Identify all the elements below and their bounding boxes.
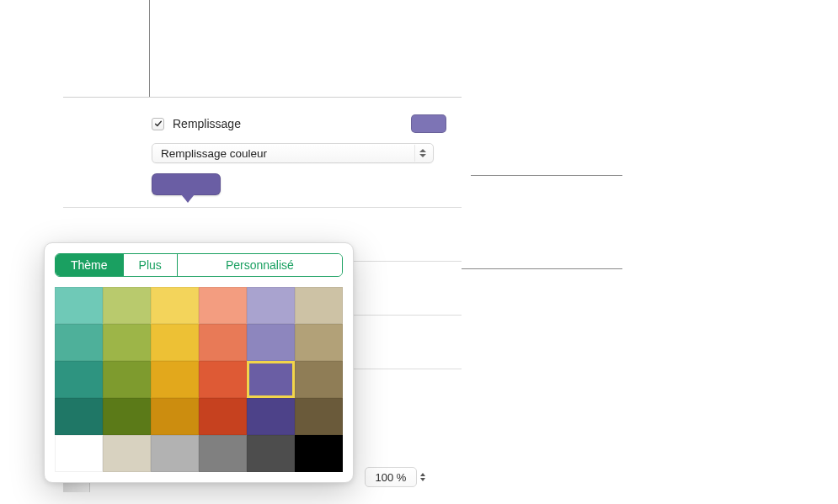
color-swatch[interactable]: [151, 287, 199, 324]
color-swatch[interactable]: [295, 435, 343, 472]
fill-swatch[interactable]: [411, 114, 446, 133]
color-popover: Thème Plus Personnalisé: [44, 242, 354, 483]
fill-type-row: Remplissage couleur: [63, 140, 462, 172]
color-swatch[interactable]: [247, 398, 295, 435]
segment-more[interactable]: Plus: [124, 254, 178, 276]
fill-label: Remplissage: [173, 117, 241, 130]
color-swatch[interactable]: [103, 361, 151, 398]
chevron-up-icon: [420, 473, 425, 476]
color-swatch[interactable]: [55, 361, 103, 398]
fill-header-row: Remplissage: [63, 98, 462, 140]
chevron-down-icon: [420, 478, 425, 481]
color-swatch[interactable]: [103, 287, 151, 324]
opacity-stepper[interactable]: [420, 467, 432, 487]
segment-theme[interactable]: Thème: [56, 254, 124, 276]
popover-segments: Thème Plus Personnalisé: [55, 253, 343, 277]
color-well-row: [63, 172, 462, 207]
opacity-row: 100 %: [365, 467, 432, 487]
fill-type-select[interactable]: Remplissage couleur: [152, 143, 434, 163]
color-swatch[interactable]: [151, 361, 199, 398]
segment-theme-label: Thème: [71, 258, 108, 272]
color-swatch[interactable]: [103, 324, 151, 361]
opacity-value: 100 %: [376, 471, 407, 484]
color-swatch[interactable]: [199, 324, 247, 361]
color-swatch[interactable]: [151, 324, 199, 361]
color-swatch[interactable]: [55, 324, 103, 361]
color-swatch[interactable]: [295, 361, 343, 398]
fill-type-value: Remplissage couleur: [161, 147, 414, 160]
color-swatch[interactable]: [55, 398, 103, 435]
callout-line: [471, 175, 622, 176]
color-swatch[interactable]: [55, 287, 103, 324]
color-swatch[interactable]: [199, 435, 247, 472]
checkmark-icon: [154, 119, 163, 128]
color-swatch[interactable]: [295, 324, 343, 361]
color-swatch[interactable]: [55, 435, 103, 472]
color-swatch[interactable]: [247, 287, 295, 324]
color-swatch[interactable]: [295, 287, 343, 324]
fill-checkbox[interactable]: [152, 118, 164, 130]
opacity-input[interactable]: 100 %: [365, 467, 417, 487]
color-swatch[interactable]: [103, 435, 151, 472]
color-swatch[interactable]: [199, 398, 247, 435]
chevrons-updown-icon: [414, 145, 430, 162]
color-swatch[interactable]: [247, 324, 295, 361]
segment-custom-label: Personnalisé: [226, 258, 294, 272]
color-swatch[interactable]: [247, 435, 295, 472]
color-swatch[interactable]: [199, 361, 247, 398]
color-swatch[interactable]: [151, 435, 199, 472]
segment-more-label: Plus: [139, 258, 162, 272]
color-swatch-grid: [55, 287, 343, 472]
color-swatch[interactable]: [247, 361, 295, 398]
color-swatch[interactable]: [103, 398, 151, 435]
segment-custom[interactable]: Personnalisé: [178, 254, 342, 276]
color-swatch[interactable]: [199, 287, 247, 324]
color-swatch[interactable]: [151, 398, 199, 435]
color-swatch[interactable]: [295, 398, 343, 435]
color-well[interactable]: [152, 173, 221, 195]
